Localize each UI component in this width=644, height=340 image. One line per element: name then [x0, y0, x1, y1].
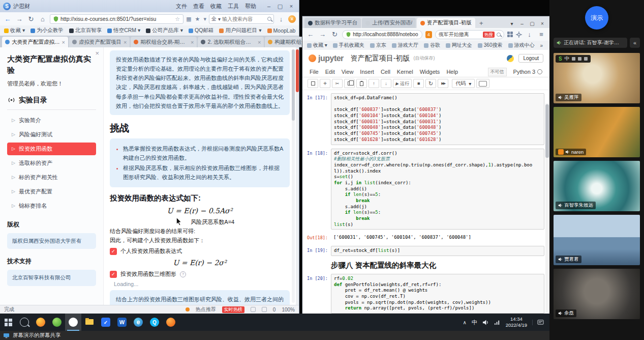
cut-cell-icon[interactable]	[332, 79, 343, 88]
bookmark-item[interactable]: 收藏 ▾	[307, 42, 327, 49]
apps-grid-icon[interactable]	[507, 32, 513, 37]
titlebar-menu-item[interactable]: 工具	[228, 3, 239, 10]
bookmark-item[interactable]: 北京百智享	[69, 27, 102, 34]
participant-video-tile[interactable]: S 中 吴雁萍	[554, 53, 640, 103]
new-tab-button[interactable]: +	[476, 18, 486, 28]
tab-close-icon[interactable]: ×	[191, 39, 194, 45]
close-icon[interactable]	[286, 2, 297, 11]
titlebar-menu-item[interactable]: 帮助	[245, 3, 256, 10]
address-bar[interactable]: http://xisu.e-courses.cn:8501/?user=xisu…	[50, 14, 183, 24]
reader-icon[interactable]: ▦	[186, 16, 191, 22]
sidebar-nav-item[interactable]: ▷ 最优资产配置	[7, 185, 96, 198]
bookmark-item[interactable]: 公司产品库 ▾	[146, 27, 183, 34]
start-button[interactable]	[0, 314, 16, 331]
screenshot-icon[interactable]	[251, 307, 256, 312]
ime-tool-icon[interactable]	[578, 57, 581, 61]
ime-tool-icon[interactable]	[584, 57, 588, 61]
search-input[interactable]	[439, 32, 481, 37]
interrupt-kernel-icon[interactable]	[413, 79, 424, 88]
code-cell[interactable]: In [19]:df_ret=stock_df[list(s)]	[302, 246, 544, 256]
participant-video-tile[interactable]: S 中 余磊	[554, 269, 640, 319]
participant-video-tile[interactable]: S 中 百智享朱致远	[554, 161, 640, 211]
output-cell[interactable]: Out[18]:['600031', '600745', '600104', '…	[302, 233, 544, 242]
rewards-coin-icon[interactable]: ¥	[288, 15, 296, 23]
browser-tab[interactable]: 资产配置项目-初版	[417, 18, 475, 28]
word-icon[interactable]	[114, 314, 130, 331]
present-button[interactable]: 演示	[585, 6, 608, 30]
gear-icon[interactable]	[516, 32, 522, 38]
participant-video-tile[interactable]: S 中 贾君君	[554, 215, 640, 265]
notebook-scrollbar[interactable]	[545, 103, 549, 313]
bookmark-item[interactable]: 用户问题栏目 ▾	[219, 27, 261, 34]
dropdown-icon[interactable]: ▾	[203, 16, 206, 22]
tasks-app-icon[interactable]	[98, 314, 114, 331]
search-icon[interactable]	[497, 33, 501, 37]
content-scrollbar[interactable]	[292, 49, 295, 303]
bookmark-item[interactable]: QQ邮箱	[189, 27, 213, 34]
taskbar-search-icon[interactable]	[16, 314, 33, 331]
browser-tab[interactable]: 期权组合交易-期权交易 ×	[131, 37, 197, 47]
checkbox-checked-icon[interactable]: ✓	[110, 271, 117, 278]
titlebar-menu-item[interactable]: 文件	[176, 3, 187, 10]
browser-search-box[interactable]: 全 ▾	[209, 14, 274, 24]
personal-utility-checkbox-row[interactable]: ✓ 个人投资效用函数表达式	[110, 247, 290, 255]
favorite-star-icon[interactable]: ☆	[175, 16, 180, 22]
star-icon[interactable]: ★	[195, 16, 200, 22]
sidebar-nav-item[interactable]: ▷ 投资效用函数	[7, 143, 96, 155]
ime-indicator[interactable]: 中	[472, 319, 477, 326]
green-browser-icon[interactable]	[49, 314, 65, 331]
notebook-menu-item[interactable]: Insert	[360, 69, 374, 75]
mute-icon[interactable]	[262, 307, 267, 312]
command-palette-icon[interactable]	[476, 79, 489, 88]
hot-recommend-link[interactable]: 热点推荐	[196, 306, 216, 313]
bookmarks-overflow-icon[interactable]: »	[540, 43, 543, 48]
bookmark-item[interactable]: 网址大全	[446, 42, 472, 49]
sidebar-close-icon[interactable]: ×	[95, 49, 99, 57]
maximize-icon[interactable]	[274, 2, 286, 11]
tab-list-icon[interactable]: ▾	[507, 19, 517, 28]
paste-cell-icon[interactable]	[356, 79, 367, 88]
bookmark-item[interactable]: 悟空CRM ▾	[107, 27, 140, 34]
notebook-menu-item[interactable]: Edit	[325, 69, 335, 75]
tab-close-icon[interactable]: ×	[258, 39, 261, 45]
minimize-icon[interactable]	[263, 2, 274, 11]
sidebar-nav-item[interactable]: ▷ 锦标赛排名	[7, 200, 96, 212]
run-cell-button[interactable]: 运行	[393, 79, 412, 88]
qq-icon[interactable]	[146, 314, 163, 331]
browser-search-box[interactable]: 热搜	[435, 30, 504, 39]
ime-language-label[interactable]: 中	[565, 55, 570, 62]
refresh-icon[interactable]	[330, 31, 339, 38]
search-input[interactable]	[222, 16, 266, 22]
forward-icon[interactable]	[15, 15, 24, 23]
menu-icon[interactable]: ≡	[537, 31, 546, 38]
sidebar-nav-item[interactable]: ▷ 风险偏好测试	[7, 128, 96, 141]
code-cell[interactable]: In [20]:rf=0.02 def genPortfolio(weights…	[302, 274, 544, 314]
address-bar[interactable]: http://localhost:8888/noteboo	[342, 30, 422, 39]
ime-tool-icon[interactable]	[572, 57, 575, 61]
browser-tab[interactable]: 数据科学学习平台	[304, 18, 361, 28]
volume-icon[interactable]	[482, 319, 489, 326]
search-icon[interactable]	[267, 17, 271, 21]
bookmark-item[interactable]: 谷歌	[424, 42, 440, 49]
notebook-menu-item[interactable]: Widgets	[420, 69, 440, 75]
download-icon[interactable]: ↓	[277, 15, 286, 23]
bookmark-item[interactable]: 京东	[370, 42, 386, 49]
sogou-ime-icon[interactable]: S	[559, 56, 562, 62]
browser-tab[interactable]: 虚拟资产配置项目 ×	[69, 37, 130, 47]
bookmark-item[interactable]: 游戏中心	[508, 42, 535, 49]
save-icon[interactable]	[308, 79, 318, 88]
markdown-cell[interactable]: 步骤八 资本配置线的斜率最大化	[302, 260, 544, 270]
search-engine-label[interactable]: 全	[211, 15, 217, 22]
code-editor[interactable]: df_ret=stock_df[list(s)]	[331, 246, 544, 256]
copy-cell-icon[interactable]	[344, 79, 355, 88]
file-explorer-icon[interactable]	[81, 314, 98, 331]
action-center-icon[interactable]	[532, 320, 545, 325]
move-cell-down-icon[interactable]	[381, 79, 391, 88]
browser-tab[interactable]: 2. 选取期权组合策略2... ×	[198, 37, 264, 47]
checkbox-checked-icon[interactable]: ✓	[110, 248, 117, 255]
refresh-icon[interactable]	[26, 15, 36, 23]
notebook-menu-item[interactable]: Help	[446, 69, 458, 75]
tab-close-icon[interactable]: ×	[62, 39, 65, 45]
zoom-level[interactable]: 100%	[282, 307, 295, 313]
maximize-icon[interactable]	[527, 19, 537, 28]
